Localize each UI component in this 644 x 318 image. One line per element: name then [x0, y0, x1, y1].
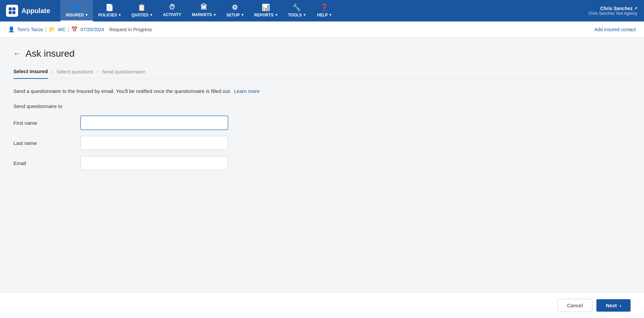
app-logo[interactable]: Appulate: [0, 0, 60, 21]
request-status: Request in Progress: [109, 27, 152, 32]
nav-items: 👤 INSURED ▾ 📄 POLICIES ▾ 📋 QUOTES ▾ ⏱ AC…: [60, 0, 582, 21]
chevron-down-icon: ▾: [241, 13, 244, 17]
logo-icon: [6, 5, 18, 17]
step-select-insured[interactable]: Select insured: [13, 68, 48, 79]
email-input[interactable]: [80, 156, 228, 170]
add-insured-contact-button[interactable]: Add insured contact: [594, 27, 636, 32]
svg-rect-1: [12, 7, 15, 10]
user-agency: Chris Sanchez Test Agency: [588, 11, 637, 16]
top-navigation: Appulate 👤 INSURED ▾ 📄 POLICIES ▾ 📋 QUOT…: [0, 0, 644, 21]
next-label: Next: [606, 303, 617, 308]
nav-item-tools[interactable]: 🔧 TOOLS ▾: [283, 0, 311, 21]
policy-type: WC: [58, 27, 66, 32]
user-name: Chris Sanchez: [600, 6, 633, 11]
step-arrow-1: ›: [51, 69, 53, 79]
nav-item-insured[interactable]: 👤 INSURED ▾: [60, 0, 93, 21]
chevron-down-icon: ▾: [304, 13, 306, 17]
folder-icon: 📁: [49, 26, 55, 33]
nav-item-activity[interactable]: ⏱ ACTIVITY: [158, 0, 187, 21]
chevron-down-icon: ▾: [214, 13, 216, 17]
app-name: Appulate: [21, 7, 50, 15]
cancel-button[interactable]: Cancel: [557, 299, 593, 312]
reports-icon: 📊: [262, 3, 270, 11]
setup-icon: ⚙: [232, 3, 238, 11]
insured-name: Tom's Tacos: [17, 27, 43, 32]
chevron-down-icon: ▾: [329, 13, 331, 17]
nav-item-help[interactable]: ❓ HELP ▾: [311, 0, 338, 21]
section-description: Send a questionnaire to the Insured by e…: [13, 88, 631, 94]
stepper: Select insured › Select questions › Send…: [13, 68, 631, 79]
chevron-down-icon: ▾: [150, 13, 152, 17]
first-name-label: First name: [13, 120, 80, 126]
user-profile: Chris Sanchez ↗ Chris Sanchez Test Agenc…: [582, 0, 644, 21]
chevron-down-icon: ▾: [86, 13, 88, 17]
step-arrow-2: ›: [97, 69, 98, 79]
activity-icon: ⏱: [169, 3, 175, 11]
first-name-input[interactable]: [80, 116, 228, 130]
calendar-icon: 📅: [71, 26, 78, 33]
breadcrumb-separator2: |: [68, 26, 69, 33]
nav-item-markets[interactable]: 🏛 MARKETS ▾: [186, 0, 221, 21]
first-name-row: First name: [13, 116, 631, 130]
quotes-icon: 📋: [138, 3, 146, 11]
nav-item-policies[interactable]: 📄 POLICIES ▾: [93, 0, 126, 21]
page-content: ← Ask insured Select insured › Select qu…: [0, 38, 644, 187]
markets-icon: 🏛: [201, 3, 207, 11]
nav-item-reports[interactable]: 📊 REPORTS ▾: [249, 0, 283, 21]
breadcrumb-separator: |: [45, 26, 46, 33]
breadcrumb-bar: 👤 Tom's Tacos | 📁 WC | 📅 07/20/2024 Requ…: [0, 21, 644, 38]
page-footer: Cancel Next ›: [0, 293, 644, 318]
email-row: Email: [13, 156, 631, 170]
page-title-row: ← Ask insured: [13, 48, 631, 59]
chevron-down-icon: ▾: [119, 13, 121, 17]
breadcrumb-policy[interactable]: 📁 WC: [49, 26, 66, 33]
svg-rect-3: [12, 11, 15, 14]
chevron-down-icon: ▾: [275, 13, 277, 17]
step-select-questions[interactable]: Select questions: [56, 69, 93, 78]
breadcrumb-date[interactable]: 📅 07/20/2024: [71, 26, 104, 33]
nav-item-setup[interactable]: ⚙ SETUP ▾: [221, 0, 249, 21]
last-name-input[interactable]: [80, 136, 228, 150]
breadcrumb-date-value: 07/20/2024: [80, 27, 104, 32]
svg-rect-2: [9, 11, 12, 14]
step-send-questionnaire[interactable]: Send questionnaire: [102, 69, 145, 78]
step-label-send-questionnaire: Send questionnaire: [102, 69, 145, 74]
back-button[interactable]: ←: [13, 50, 21, 57]
send-questionnaire-title: Send questionnaire to: [13, 103, 631, 109]
last-name-label: Last name: [13, 140, 80, 146]
page-title: Ask insured: [25, 48, 74, 59]
email-label: Email: [13, 160, 80, 166]
nav-item-quotes[interactable]: 📋 QUOTES ▾: [126, 0, 158, 21]
external-link-icon: ↗: [634, 6, 637, 11]
person-icon: 👤: [8, 26, 15, 33]
last-name-row: Last name: [13, 136, 631, 150]
next-arrow-icon: ›: [620, 303, 621, 308]
breadcrumb-insured[interactable]: 👤 Tom's Tacos: [8, 26, 43, 33]
step-label-select-questions: Select questions: [56, 69, 93, 74]
insured-icon: 👤: [72, 3, 81, 11]
tools-icon: 🔧: [292, 3, 301, 11]
step-label-select-insured: Select insured: [13, 68, 48, 74]
svg-rect-0: [9, 7, 12, 10]
next-button[interactable]: Next ›: [596, 299, 631, 312]
policies-icon: 📄: [105, 3, 114, 11]
learn-more-link[interactable]: Learn more: [234, 88, 260, 94]
help-icon: ❓: [320, 3, 328, 11]
